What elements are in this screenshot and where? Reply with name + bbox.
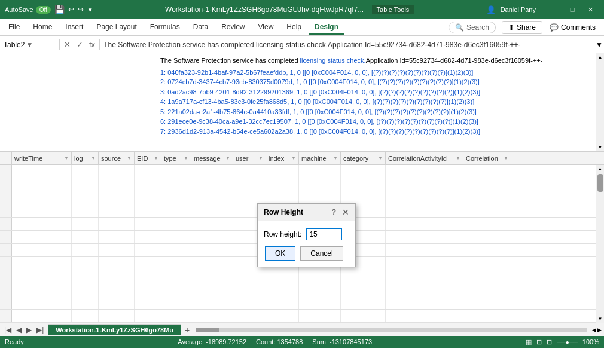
grid-cell[interactable] [463,178,511,191]
grid-cell[interactable] [386,218,463,230]
grid-cell[interactable] [12,310,72,322]
grid-cell[interactable] [99,310,135,322]
grid-cell[interactable] [161,231,191,243]
grid-cell[interactable] [99,178,135,191]
grid-cell[interactable] [72,231,99,243]
tab-review[interactable]: Review [215,20,251,35]
grid-cell[interactable] [233,178,266,191]
v-scroll-thumb[interactable] [597,174,603,192]
scroll-up-icon[interactable]: ▲ [597,53,604,61]
restore-button[interactable]: □ [563,4,581,16]
grid-cell[interactable] [99,165,135,178]
grid-cell[interactable] [463,165,511,178]
scroll-down-icon[interactable]: ▼ [597,143,604,151]
grid-cell[interactable] [386,270,463,283]
grid-cell[interactable] [191,283,233,296]
grid-cell[interactable] [386,257,463,270]
sheet-add-button[interactable]: + [181,323,193,337]
grid-cell[interactable] [233,296,266,309]
formula-confirm-icon[interactable]: ✓ [75,39,85,50]
col-header-user[interactable]: user▼ [233,152,266,165]
h-scrollbar[interactable] [196,328,587,332]
grid-cell[interactable] [161,244,191,256]
grid-cell[interactable] [191,310,233,322]
grid-cell[interactable] [233,283,266,296]
dialog-close-button[interactable]: ✕ [342,207,349,217]
name-box-dropdown[interactable]: ▼ [25,41,34,49]
view-page-break-icon[interactable]: ⊟ [547,338,552,346]
grid-cell[interactable] [135,218,161,230]
zoom-slider[interactable]: ──●── [557,339,577,345]
grid-cell[interactable] [463,296,511,309]
col-header-log[interactable]: log▼ [72,152,99,165]
grid-cell[interactable] [463,270,511,283]
grid-cell[interactable] [135,191,161,204]
formula-cancel-icon[interactable]: ✕ [62,39,72,50]
close-button[interactable]: ✕ [581,4,599,16]
grid-cell[interactable] [135,204,161,217]
grid-cell[interactable] [99,218,135,230]
customize-icon[interactable]: ▼ [87,7,93,13]
tab-page-layout[interactable]: Page Layout [90,20,142,35]
grid-cell[interactable] [12,283,72,296]
grid-cell[interactable] [72,191,99,204]
grid-cell[interactable] [72,296,99,309]
grid-cell[interactable] [191,218,233,230]
grid-cell[interactable] [135,283,161,296]
grid-cell[interactable] [341,270,386,283]
grid-cell[interactable] [161,270,191,283]
formula-scroll[interactable]: ▼ [594,41,604,49]
grid-cell[interactable] [266,296,299,309]
h-scroll-left-icon[interactable]: ◀ [592,327,596,333]
grid-cell[interactable] [12,165,72,178]
col-header-correlationactivityid[interactable]: CorrelationActivityId▼ [386,152,463,165]
grid-cell[interactable] [386,178,463,191]
grid-cell[interactable] [191,231,233,243]
grid-cell[interactable] [463,191,511,204]
grid-cell[interactable] [72,270,99,283]
dialog-cancel-button[interactable]: Cancel [300,246,343,261]
grid-cell[interactable] [99,296,135,309]
grid-cell[interactable] [99,257,135,270]
grid-cell[interactable] [161,257,191,270]
grid-cell[interactable] [341,296,386,309]
col-header-message[interactable]: message▼ [191,152,233,165]
grid-cell[interactable] [12,231,72,243]
col-header-type[interactable]: type▼ [161,152,191,165]
grid-scroll-down-icon[interactable]: ▼ [597,315,604,323]
dialog-ok-button[interactable]: OK [265,246,295,261]
col-header-index[interactable]: index▼ [266,152,299,165]
grid-cell[interactable] [161,165,191,178]
autosave-toggle[interactable]: Off [36,6,51,14]
name-box[interactable]: Table2 ▼ [0,39,60,50]
save-icon[interactable]: 💾 [54,5,65,14]
sheet-prev-btn[interactable]: ◀ [14,325,23,335]
grid-cell[interactable] [72,218,99,230]
sheet-first-btn[interactable]: |◀ [2,325,13,335]
v-scrollbar-grid[interactable]: ▲ ▼ [596,165,604,323]
grid-cell[interactable] [72,310,99,322]
minimize-button[interactable]: ─ [545,4,563,16]
grid-cell[interactable] [99,283,135,296]
grid-cell[interactable] [72,165,99,178]
tab-insert[interactable]: Insert [59,20,89,35]
grid-cell[interactable] [299,165,341,178]
sheet-tab-active[interactable]: Workstation-1-KmLy1ZzSGH6go78Mu [48,324,181,335]
grid-cell[interactable] [341,310,386,322]
grid-cell[interactable] [386,191,463,204]
grid-cell[interactable] [135,178,161,191]
h-scroll-track[interactable] [196,328,587,332]
col-header-eid[interactable]: EID▼ [135,152,161,165]
grid-cell[interactable] [191,296,233,309]
grid-cell[interactable] [341,191,386,204]
grid-cell[interactable] [386,244,463,256]
grid-cell[interactable] [99,204,135,217]
grid-cell[interactable] [72,178,99,191]
grid-cell[interactable] [135,231,161,243]
grid-cell[interactable] [191,191,233,204]
grid-cell[interactable] [191,257,233,270]
grid-cell[interactable] [161,296,191,309]
grid-cell[interactable] [341,165,386,178]
dialog-help-button[interactable]: ? [332,208,336,216]
grid-cell[interactable] [191,204,233,217]
